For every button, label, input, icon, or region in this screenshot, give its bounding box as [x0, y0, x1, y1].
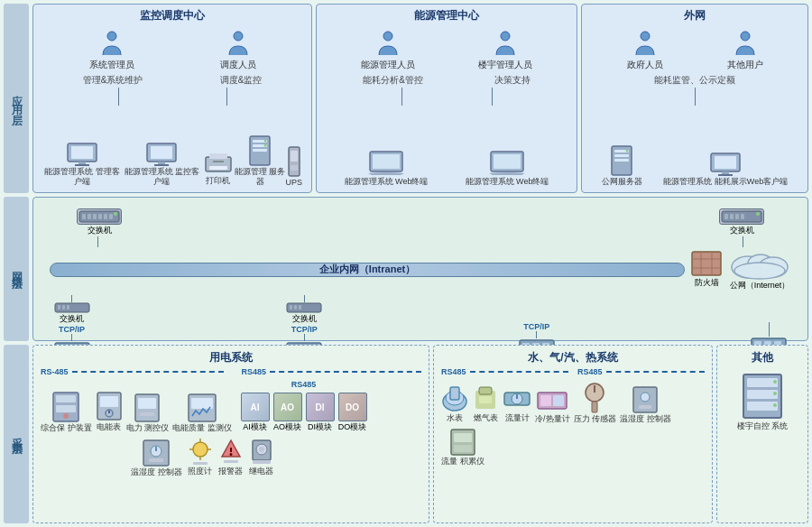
svg-rect-121: [479, 387, 492, 394]
person-energy-mgr: 能源管理人员: [361, 30, 415, 71]
network-layer-label: 网络层: [4, 197, 29, 341]
protection-icon: [51, 391, 80, 423]
protocol3-label: TCP/IP: [523, 322, 549, 331]
svg-rect-7: [151, 146, 172, 159]
person-govt: 政府人员: [627, 30, 663, 71]
cold-hot-icon: [536, 387, 568, 414]
module-row: AI AI模块 AO AO模块 DI DI模块: [241, 393, 367, 433]
switch3-label: 交换机: [60, 313, 84, 325]
switch1: [77, 208, 122, 225]
device-gas-meter: 燃气表: [472, 385, 499, 424]
svg-rect-131: [592, 402, 597, 412]
switch4-label: 交换机: [292, 313, 317, 325]
device-illuminance: 照度计: [188, 437, 213, 477]
do-box: DO: [338, 393, 367, 421]
svg-point-90: [63, 413, 69, 419]
cloud-icon: [728, 247, 791, 280]
svg-rect-119: [450, 387, 459, 400]
jiankong-title: 监控调度中心: [140, 8, 205, 23]
top-section: 应 用 层 监控调度中心 系统管理员: [4, 4, 808, 193]
flow-meter-icon: [503, 385, 531, 412]
svg-rect-9: [154, 164, 169, 166]
svg-rect-26: [373, 154, 400, 169]
svg-rect-4: [78, 162, 86, 164]
ao-module: AO AO模块: [273, 393, 302, 433]
device-web-terminal2: 能源管理系统 Web终端: [466, 150, 549, 187]
ai-module: AI AI模块: [241, 393, 270, 433]
waiwang-devices: 公网服务器 能源管理系统 能耗展示Web客户端: [586, 106, 804, 189]
svg-rect-49: [724, 214, 728, 219]
do-module: DO DO模块: [338, 393, 367, 433]
svg-rect-65: [62, 305, 65, 310]
internet-label: 公网（Internet）: [730, 280, 790, 291]
rs485-3-label: RS485: [291, 380, 317, 389]
device-water-meter: 水表: [441, 385, 468, 424]
waiwang-panel: 外网 政府人员 其他用户: [581, 4, 808, 193]
svg-rect-137: [454, 445, 472, 452]
other-content: 楼宇自控 系统: [721, 371, 804, 431]
svg-rect-128: [553, 395, 564, 406]
svg-point-47: [114, 212, 117, 216]
person-other-user: 其他用户: [727, 30, 763, 71]
temp-ctrl2-icon: [632, 385, 659, 414]
pc3-icon: [709, 152, 742, 177]
svg-rect-122: [479, 396, 492, 403]
water-meter-icon: [441, 385, 468, 412]
relay-icon: [249, 437, 274, 466]
svg-point-115: [259, 447, 264, 452]
di-box: DI: [306, 393, 335, 421]
device-ups: UPS: [286, 145, 303, 187]
svg-rect-136: [454, 433, 472, 442]
svg-rect-109: [193, 462, 208, 465]
device-energy-web-display: 能源管理系统 能耗展示Web客户端: [663, 152, 788, 187]
middle-section: 交换机 交换机: [32, 197, 808, 341]
svg-rect-44: [98, 214, 102, 219]
switch2-label: 交换机: [730, 225, 754, 236]
svg-rect-88: [56, 395, 76, 402]
device-printer: 打印机: [202, 150, 235, 187]
svg-rect-74: [299, 305, 301, 310]
jiankong-lines: 管理&系统维护 调度&监控: [37, 73, 308, 88]
ao-box: AO: [273, 393, 302, 421]
svg-rect-127: [540, 395, 551, 406]
printer-icon: [202, 150, 235, 175]
pressure-icon: [584, 382, 605, 414]
jiankong-persons: 系统管理员 调度人员: [37, 26, 308, 73]
svg-rect-92: [100, 396, 118, 407]
building-ctrl-icon: [740, 371, 785, 421]
svg-rect-140: [747, 390, 778, 399]
middle-row: 网络层: [4, 197, 808, 341]
device-mgmt-client: 能源管理系统 管理客户端: [42, 142, 122, 187]
firewall-label: 防火墙: [695, 277, 719, 289]
waiwang-persons: 政府人员 其他用户: [586, 26, 804, 73]
device-energy-meter: 电能表: [96, 391, 123, 433]
svg-rect-50: [730, 214, 734, 219]
gas-meter-icon: [472, 385, 499, 412]
person6-icon: [733, 30, 758, 59]
electricity-title: 用电系统: [209, 350, 253, 365]
water-title: 水、气/汽、热系统: [528, 350, 617, 365]
svg-rect-21: [291, 151, 298, 162]
device-server: 能源管理 服务器: [235, 134, 286, 187]
energy-panel: 能源管理中心 能源管理人员 楼: [316, 4, 577, 193]
jiankong-panel: 监控调度中心 系统管理员: [32, 4, 312, 193]
svg-rect-52: [741, 214, 744, 219]
svg-point-30: [741, 32, 750, 41]
svg-rect-51: [735, 214, 739, 219]
di-module: DI DI模块: [306, 393, 335, 433]
switch4-icon: [286, 302, 322, 313]
meter-icon: [96, 391, 123, 421]
protocol1-label: TCP/IP: [59, 325, 85, 334]
device-cold-hot-meter: 冷/热量计: [535, 387, 570, 424]
person-sysadmin: 系统管理员: [89, 30, 134, 71]
switch1-label: 交换机: [88, 225, 112, 236]
svg-rect-112: [224, 460, 238, 463]
switch2-group: 交换机: [719, 208, 764, 236]
rs485-row1: RS-485 RS485: [37, 365, 425, 376]
svg-rect-43: [93, 214, 97, 219]
server2-icon: [609, 144, 634, 177]
device-web-terminal1: 能源管理系统 Web终端: [345, 150, 429, 187]
svg-point-62: [734, 263, 785, 279]
svg-rect-97: [140, 412, 154, 416]
device-power-monitor: 电力 测控仪: [126, 393, 170, 433]
